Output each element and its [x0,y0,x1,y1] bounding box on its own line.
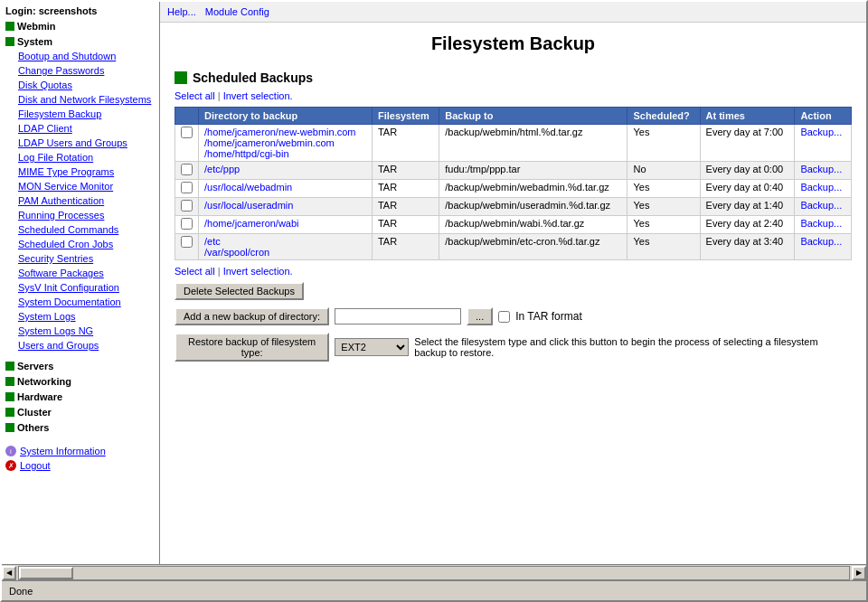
row-checkbox[interactable] [181,182,193,193]
sidebar-section-system[interactable]: System [2,33,159,49]
sidebar-item-software[interactable]: Software Packages [2,266,159,280]
backup-to-cell: /backup/webmin/html.%d.tar.gz [439,125,627,162]
table-row: /etc/pppTARfudu:/tmp/ppp.tarNoEvery day … [175,162,852,180]
invert-link[interactable]: Invert selection. [223,90,293,101]
system-info-label: System Information [20,446,106,456]
servers-icon [5,362,14,371]
invert-bottom-link[interactable]: Invert selection. [223,266,293,277]
others-label: Others [17,422,49,433]
sidebar-item-sysv[interactable]: SysV Init Configuration [2,280,159,295]
sidebar-item-pam[interactable]: PAM Authentication [2,193,159,208]
tar-format-checkbox[interactable] [498,311,510,323]
system-information-link[interactable]: i System Information [2,444,159,458]
main-window: Login: screenshots Webmin System Bootup … [0,0,868,602]
filesystem-cell: TAR [372,162,439,180]
directory-link[interactable]: /usr/local/useradmin [204,200,293,211]
tar-format-label: In TAR format [515,310,582,323]
scroll-right-arrow[interactable]: ▶ [852,566,866,580]
at-times-cell: Every day at 3:40 [700,234,795,260]
webmin-label: Webmin [17,21,56,32]
sidebar-section-others[interactable]: Others [2,419,159,435]
sidebar-item-change-passwords[interactable]: Change Passwords [2,63,159,78]
col-header-scheduled: Scheduled? [627,108,700,125]
sidebar-item-system-logs-ng[interactable]: System Logs NG [2,324,159,338]
sidebar-item-log-file[interactable]: Log File Rotation [2,150,159,165]
directory-link[interactable]: /home/jcameron/wabi [204,218,299,229]
sidebar-item-mon[interactable]: MON Service Monitor [2,179,159,193]
backup-action-link[interactable]: Backup... [800,218,842,229]
cluster-label: Cluster [17,407,52,418]
logout-link[interactable]: ✗ Logout [2,458,159,473]
at-times-cell: Every day at 0:40 [700,180,795,198]
directory-link[interactable]: /etc [204,236,221,247]
filesystem-cell: TAR [372,198,439,216]
sidebar-item-mime[interactable]: MIME Type Programs [2,165,159,179]
directory-link[interactable]: /etc/ppp [204,164,240,174]
networking-label: Networking [17,376,71,387]
backup-to-cell: /backup/webmin/webadmin.%d.tar.gz [439,180,627,198]
row-checkbox[interactable] [181,200,193,212]
row-checkbox[interactable] [181,127,193,138]
backup-action-link[interactable]: Backup... [800,182,842,193]
directory-link[interactable]: /var/spool/cron [204,247,269,258]
add-backup-button[interactable]: Add a new backup of directory: [175,307,329,325]
directory-link[interactable]: /home/jcameron/webmin.com [204,137,335,148]
filesystem-cell: TAR [372,234,439,260]
row-checkbox[interactable] [181,164,193,175]
select-links: Select all | Invert selection. [175,90,852,101]
sidebar-item-bootup[interactable]: Bootup and Shutdown [2,49,159,63]
sidebar-section-hardware[interactable]: Hardware [2,389,159,404]
sidebar-item-scheduled-commands[interactable]: Scheduled Commands [2,222,159,237]
col-header-checkbox [175,108,199,125]
sidebar-item-security[interactable]: Security Sentries [2,251,159,266]
browse-button[interactable]: ... [467,307,493,325]
at-times-cell: Every day at 2:40 [700,216,795,234]
col-header-action: Action [795,108,852,125]
filesystem-type-select[interactable]: EXT2EXT3REISERFSTAR [335,338,409,356]
info-icon: i [5,446,16,456]
directory-link[interactable]: /usr/local/webadmin [204,182,292,193]
module-config-link[interactable]: Module Config [205,6,269,17]
sidebar-item-disk-quotas[interactable]: Disk Quotas [2,78,159,92]
directory-link[interactable]: /home/jcameron/new-webmin.com [204,127,356,137]
backup-action-link[interactable]: Backup... [800,164,842,174]
restore-button[interactable]: Restore backup of filesystem type: [175,333,329,362]
sidebar-item-scheduled-cron[interactable]: Scheduled Cron Jobs [2,237,159,251]
sidebar-item-filesystem-backup[interactable]: Filesystem Backup [2,107,159,121]
directory-input[interactable] [335,308,461,325]
table-row: /usr/local/useradminTAR/backup/webmin/us… [175,198,852,216]
row-checkbox[interactable] [181,236,193,248]
row-checkbox[interactable] [181,218,193,230]
sidebar-item-disk-network[interactable]: Disk and Network Filesystems [2,92,159,107]
sidebar-section-webmin[interactable]: Webmin [2,18,159,33]
backup-action-link[interactable]: Backup... [800,236,842,247]
scheduled-cell: Yes [627,216,700,234]
sidebar-section-servers[interactable]: Servers [2,358,159,373]
filesystem-cell: TAR [372,125,439,162]
delete-selected-button[interactable]: Delete Selected Backups [175,282,304,300]
backup-table: Directory to backup Filesystem Backup to… [175,107,852,260]
select-all-bottom-link[interactable]: Select all [175,266,215,277]
status-text: Done [9,586,33,597]
sidebar-item-ldap-users[interactable]: LDAP Users and Groups [2,136,159,150]
sidebar-section-cluster[interactable]: Cluster [2,404,159,419]
scroll-thumb[interactable] [19,567,73,579]
backup-action-link[interactable]: Backup... [800,127,842,137]
sidebar-section-networking[interactable]: Networking [2,373,159,389]
scrollbar-area: ◀ ▶ [2,564,866,580]
horizontal-scrollbar[interactable] [18,566,850,580]
sidebar-item-running-processes[interactable]: Running Processes [2,208,159,222]
scroll-left-arrow[interactable]: ◀ [2,566,16,580]
help-link[interactable]: Help... [167,6,196,17]
sidebar-item-users-groups[interactable]: Users and Groups [2,338,159,353]
backup-action-link[interactable]: Backup... [800,200,842,211]
sidebar-item-system-logs[interactable]: System Logs [2,309,159,324]
select-all-link[interactable]: Select all [175,90,215,101]
top-nav: Help... Module Config [160,2,866,23]
col-header-filesystem: Filesystem [372,108,439,125]
scheduled-cell: No [627,162,700,180]
sidebar-item-ldap-client[interactable]: LDAP Client [2,121,159,136]
directory-link[interactable]: /home/httpd/cgi-bin [204,148,289,159]
sidebar-item-system-docs[interactable]: System Documentation [2,295,159,309]
section-title: Scheduled Backups [193,71,313,85]
